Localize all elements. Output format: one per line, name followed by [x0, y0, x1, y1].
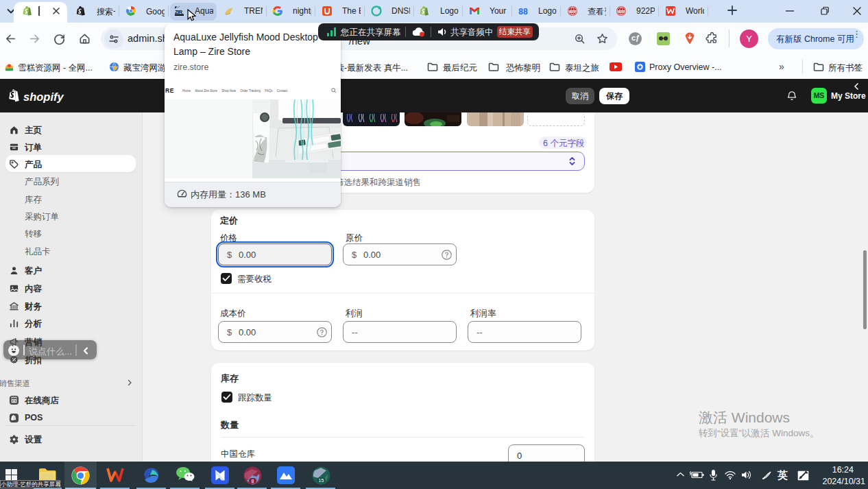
svg-text:ZIR: ZIR: [175, 9, 183, 15]
svg-text:922: 922: [618, 10, 625, 14]
svg-text:88: 88: [518, 7, 528, 16]
svg-text:15: 15: [318, 478, 324, 483]
svg-text:922: 922: [569, 10, 577, 14]
svg-text:8: 8: [251, 479, 254, 484]
